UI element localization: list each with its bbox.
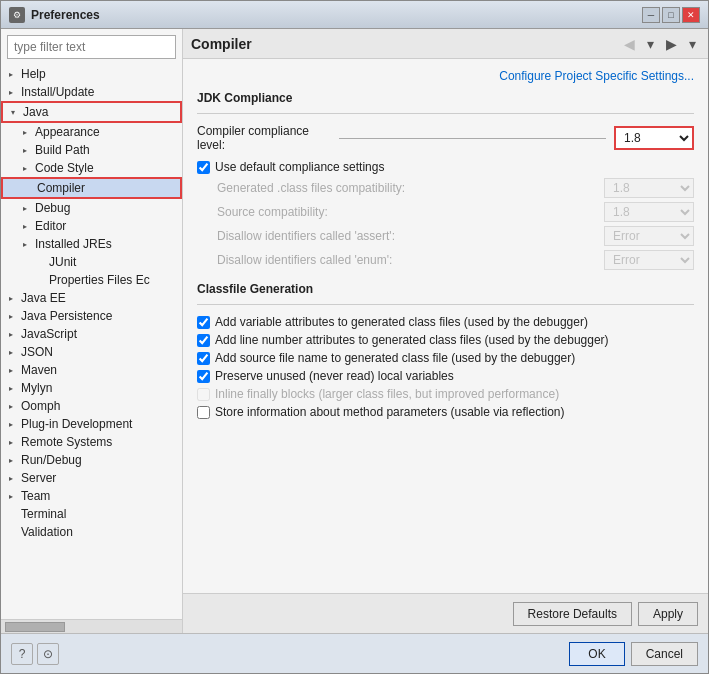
restore-defaults-button[interactable]: Restore Defaults xyxy=(513,602,632,626)
classfile-checkbox-3[interactable] xyxy=(197,370,210,383)
dialog-bottom-left: ? ⊙ xyxy=(11,643,59,665)
tree-item-run-debug[interactable]: ▸Run/Debug xyxy=(1,451,182,469)
ok-button[interactable]: OK xyxy=(569,642,624,666)
tree-item-debug[interactable]: ▸Debug xyxy=(1,199,182,217)
arrow-build-path: ▸ xyxy=(23,146,33,155)
window-icon: ⚙ xyxy=(9,7,25,23)
nav-dropdown-button[interactable]: ▾ xyxy=(643,34,658,54)
classfile-checkbox-5[interactable] xyxy=(197,406,210,419)
settings-button[interactable]: ⊙ xyxy=(37,643,59,665)
tree-item-validation[interactable]: Validation xyxy=(1,523,182,541)
maximize-button[interactable]: □ xyxy=(662,7,680,23)
tree-item-server[interactable]: ▸Server xyxy=(1,469,182,487)
label-maven: Maven xyxy=(21,363,57,377)
classfile-section-label: Classfile Generation xyxy=(197,282,694,298)
help-button[interactable]: ? xyxy=(11,643,33,665)
classfile-checkbox-1[interactable] xyxy=(197,334,210,347)
tree-item-json[interactable]: ▸JSON xyxy=(1,343,182,361)
preferences-window: ⚙ Preferences ─ □ ✕ ▸Help▸Install/Update… xyxy=(0,0,709,674)
classfile-checkbox-4 xyxy=(197,388,210,401)
tree-item-editor[interactable]: ▸Editor xyxy=(1,217,182,235)
label-team: Team xyxy=(21,489,50,503)
jdk-section-label: JDK Compliance xyxy=(197,91,694,107)
compliance-row: Compiler compliance level: 1.51.61.71.89… xyxy=(197,124,694,152)
tree-item-appearance[interactable]: ▸Appearance xyxy=(1,123,182,141)
classfile-checkbox-label-3: Preserve unused (never read) local varia… xyxy=(215,369,454,383)
classfile-checkbox-row-5: Store information about method parameter… xyxy=(197,405,694,419)
compliance-label: Compiler compliance level: xyxy=(197,124,331,152)
tree-item-java[interactable]: ▾Java xyxy=(1,101,182,123)
tree-item-remote-systems[interactable]: ▸Remote Systems xyxy=(1,433,182,451)
jdk-field-label: Disallow identifiers called 'assert': xyxy=(217,229,604,243)
tree-item-team[interactable]: ▸Team xyxy=(1,487,182,505)
arrow-installed-jres: ▸ xyxy=(23,240,33,249)
jdk-field-row: Source compatibility:1.8 xyxy=(197,202,694,222)
main-content: ▸Help▸Install/Update▾Java▸Appearance▸Bui… xyxy=(1,29,708,633)
tree-item-java-ee[interactable]: ▸Java EE xyxy=(1,289,182,307)
tree-item-compiler[interactable]: Compiler xyxy=(1,177,182,199)
tree-scroll-area: ▸Help▸Install/Update▾Java▸Appearance▸Bui… xyxy=(1,65,182,619)
jdk-fields: Generated .class files compatibility:1.8… xyxy=(197,178,694,270)
classfile-checkbox-row-3: Preserve unused (never read) local varia… xyxy=(197,369,694,383)
cancel-button[interactable]: Cancel xyxy=(631,642,698,666)
jdk-field-row: Disallow identifiers called 'enum':Error xyxy=(197,250,694,270)
arrow-java-ee: ▸ xyxy=(9,294,19,303)
nav-forward-dropdown-button[interactable]: ▾ xyxy=(685,34,700,54)
horizontal-scrollbar[interactable] xyxy=(1,619,182,633)
label-properties-files: Properties Files Ec xyxy=(49,273,150,287)
nav-forward-button[interactable]: ▶ xyxy=(662,34,681,54)
classfile-checkbox-row-2: Add source file name to generated class … xyxy=(197,351,694,365)
arrow-server: ▸ xyxy=(9,474,19,483)
classfile-checkbox-0[interactable] xyxy=(197,316,210,329)
use-default-checkbox[interactable] xyxy=(197,161,210,174)
jdk-field-label: Source compatibility: xyxy=(217,205,604,219)
tree-item-help[interactable]: ▸Help xyxy=(1,65,182,83)
classfile-checkbox-row-1: Add line number attributes to generated … xyxy=(197,333,694,347)
tree-item-mylyn[interactable]: ▸Mylyn xyxy=(1,379,182,397)
classfile-checkbox-2[interactable] xyxy=(197,352,210,365)
minimize-button[interactable]: ─ xyxy=(642,7,660,23)
tree-item-build-path[interactable]: ▸Build Path xyxy=(1,141,182,159)
right-toolbar: Compiler ◀ ▾ ▶ ▾ xyxy=(183,29,708,59)
classfile-divider xyxy=(197,304,694,305)
horizontal-scrollbar-thumb[interactable] xyxy=(5,622,65,632)
tree-item-junit[interactable]: JUnit xyxy=(1,253,182,271)
configure-link[interactable]: Configure Project Specific Settings... xyxy=(197,69,694,83)
label-code-style: Code Style xyxy=(35,161,94,175)
compliance-select[interactable]: 1.51.61.71.891011 xyxy=(614,126,694,150)
window-title: Preferences xyxy=(31,8,642,22)
label-java: Java xyxy=(23,105,48,119)
tree-item-plugin-development[interactable]: ▸Plug-in Development xyxy=(1,415,182,433)
arrow-run-debug: ▸ xyxy=(9,456,19,465)
tree-item-java-persistence[interactable]: ▸Java Persistence xyxy=(1,307,182,325)
jdk-field-label: Generated .class files compatibility: xyxy=(217,181,604,195)
arrow-help: ▸ xyxy=(9,70,19,79)
right-content: Configure Project Specific Settings... J… xyxy=(183,59,708,593)
jdk-field-label: Disallow identifiers called 'enum': xyxy=(217,253,604,267)
classfile-checkbox-label-0: Add variable attributes to generated cla… xyxy=(215,315,588,329)
tree-item-terminal[interactable]: Terminal xyxy=(1,505,182,523)
nav-back-button[interactable]: ◀ xyxy=(620,34,639,54)
arrow-oomph: ▸ xyxy=(9,402,19,411)
jdk-divider xyxy=(197,113,694,114)
use-default-row: Use default compliance settings xyxy=(197,160,694,174)
label-run-debug: Run/Debug xyxy=(21,453,82,467)
arrow-java: ▾ xyxy=(11,108,21,117)
label-compiler: Compiler xyxy=(37,181,85,195)
search-input[interactable] xyxy=(7,35,176,59)
tree-item-oomph[interactable]: ▸Oomph xyxy=(1,397,182,415)
label-oomph: Oomph xyxy=(21,399,60,413)
arrow-install-update: ▸ xyxy=(9,88,19,97)
tree-item-installed-jres[interactable]: ▸Installed JREs xyxy=(1,235,182,253)
classfile-checkbox-row-0: Add variable attributes to generated cla… xyxy=(197,315,694,329)
tree-item-code-style[interactable]: ▸Code Style xyxy=(1,159,182,177)
apply-button[interactable]: Apply xyxy=(638,602,698,626)
jdk-field-row: Disallow identifiers called 'assert':Err… xyxy=(197,226,694,246)
close-button[interactable]: ✕ xyxy=(682,7,700,23)
tree-item-install-update[interactable]: ▸Install/Update xyxy=(1,83,182,101)
arrow-remote-systems: ▸ xyxy=(9,438,19,447)
jdk-field-select: 1.8 xyxy=(604,202,694,222)
tree-item-javascript[interactable]: ▸JavaScript xyxy=(1,325,182,343)
tree-item-properties-files[interactable]: Properties Files Ec xyxy=(1,271,182,289)
tree-item-maven[interactable]: ▸Maven xyxy=(1,361,182,379)
